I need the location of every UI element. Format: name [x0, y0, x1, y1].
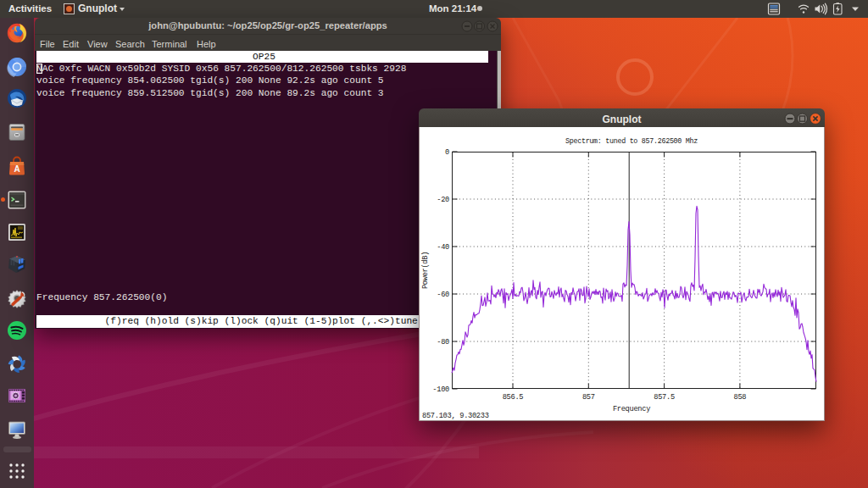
- svg-text:Frequency: Frequency: [612, 405, 649, 413]
- svg-text:858: 858: [733, 393, 746, 402]
- svg-text:-60: -60: [437, 291, 449, 299]
- svg-text:856.5: 856.5: [502, 393, 523, 402]
- svg-text:857.103, 9.30233: 857.103, 9.30233: [422, 412, 489, 420]
- svg-text:-80: -80: [437, 338, 449, 347]
- svg-text:A: A: [14, 164, 19, 174]
- svg-text:857: 857: [581, 393, 594, 402]
- svg-text:0: 0: [445, 148, 449, 157]
- svg-text:-40: -40: [437, 243, 449, 252]
- svg-text:Spectrum: tuned to 857.262500: Spectrum: tuned to 857.262500 Mhz: [565, 137, 698, 146]
- svg-text:Power(dB): Power(dB): [421, 252, 430, 289]
- svg-text:-20: -20: [437, 196, 449, 204]
- svg-text:-100: -100: [432, 385, 449, 394]
- svg-text:857.5: 857.5: [654, 393, 675, 402]
